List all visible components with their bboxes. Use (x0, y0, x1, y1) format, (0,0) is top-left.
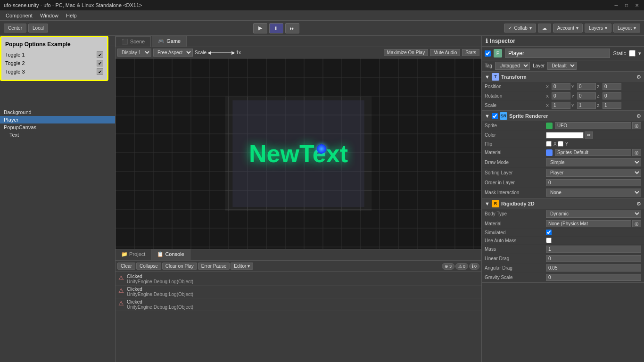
hierarchy-item-player[interactable]: Player (0, 116, 115, 123)
rb-material-input[interactable] (546, 220, 631, 227)
pos-x-input[interactable] (552, 83, 570, 90)
rot-z-input[interactable] (603, 92, 621, 99)
sprite-renderer-settings-icon[interactable]: ⚙ (636, 113, 641, 119)
clear-btn[interactable]: Clear (117, 263, 135, 270)
transform-section: ▼ T Transform ⚙ Position X Y Z (482, 72, 644, 111)
editor-btn[interactable]: Editor ▾ (231, 263, 253, 270)
rb-material-value: ◎ (546, 220, 641, 227)
body-type-row: Body Type Dynamic (482, 209, 644, 219)
account-button[interactable]: Account ▾ (553, 24, 583, 33)
pos-y-input[interactable] (577, 83, 596, 90)
layers-button[interactable]: Layers ▾ (585, 24, 611, 33)
popup-toggle-3-row: Toggle 3 ✔ (5, 67, 103, 76)
console-entry-2[interactable]: ⚠ Clicked UnityEngine.Debug:Log(Object) (116, 286, 481, 298)
transform-header[interactable]: ▼ T Transform ⚙ (482, 72, 644, 82)
rigidbody2d-settings-icon[interactable]: ⚙ (636, 201, 641, 207)
pos-z-input[interactable] (603, 83, 621, 90)
popup-toggle-3-checkbox[interactable]: ✔ (97, 68, 103, 75)
pause-button[interactable]: ⏸ (269, 23, 283, 33)
hierarchy-item-popupcanvas[interactable]: PopupCanvas (0, 123, 115, 131)
rigidbody2d-header[interactable]: ▼ R Rigidbody 2D ⚙ (482, 198, 644, 209)
color-picker-btn[interactable]: ✏ (585, 132, 593, 139)
sprite-select-btn[interactable]: ◎ (632, 122, 641, 129)
sorting-layer-select[interactable]: Player (546, 169, 641, 177)
close-btn[interactable]: ✕ (634, 2, 640, 8)
console-entry-3[interactable]: ⚠ Clicked UnityEngine.Debug:Log(Object) (116, 298, 481, 311)
menu-window[interactable]: Window (36, 12, 62, 19)
angular-drag-input[interactable] (546, 264, 641, 272)
popup-toggle-2-checkbox[interactable]: ✔ (97, 60, 103, 66)
popup-title: Popup Options Example (5, 41, 103, 48)
mute-audio-btn[interactable]: Mute Audio (430, 49, 460, 56)
scale-x-input[interactable] (552, 102, 570, 109)
clear-on-play-btn[interactable]: Clear on Play (162, 263, 197, 270)
draw-mode-select[interactable]: Simple (546, 158, 641, 166)
scale-z-input[interactable] (603, 102, 621, 109)
mask-interaction-select[interactable]: None (546, 189, 641, 197)
sprite-row: Sprite ◎ (482, 121, 644, 131)
popup-toggle-3-label: Toggle 3 (5, 69, 25, 74)
mass-input[interactable] (546, 246, 641, 253)
layout-button[interactable]: Layout ▾ (613, 24, 640, 33)
collapse-btn[interactable]: Collapse (136, 263, 161, 270)
sprite-renderer-header[interactable]: ▼ SR Sprite Renderer ⚙ (482, 111, 644, 121)
player-sprite (317, 144, 326, 154)
object-name-input[interactable] (505, 49, 610, 58)
gravity-scale-input[interactable] (546, 274, 641, 281)
flip-y-checkbox[interactable] (558, 141, 563, 147)
maximize-btn[interactable]: □ (623, 2, 630, 8)
hierarchy-item-text[interactable]: Text (0, 131, 115, 139)
static-dropdown-icon[interactable]: ▾ (638, 50, 641, 57)
static-checkbox[interactable] (629, 50, 636, 57)
flip-x-label: X (553, 141, 557, 147)
sprite-renderer-enabled[interactable] (492, 113, 498, 119)
center-button[interactable]: Center (4, 24, 26, 33)
rb-material-select-btn[interactable]: ◎ (632, 220, 641, 227)
material-row: Material ◎ (482, 148, 644, 157)
cloud-button[interactable]: ☁ (538, 24, 551, 33)
collab-button[interactable]: ✓ Collab ▾ (504, 24, 536, 33)
console-entry-1[interactable]: ⚠ Clicked UnityEngine.Debug:Log(Object) (116, 273, 481, 286)
display-select[interactable]: Display 1 (117, 49, 151, 57)
draw-mode-row: Draw Mode Simple (482, 157, 644, 168)
maximize-on-play-btn[interactable]: Maximize On Play (384, 49, 429, 56)
order-in-layer-input[interactable] (546, 179, 641, 186)
material-select-btn[interactable]: ◎ (632, 149, 641, 156)
console-tab[interactable]: 📋 Console (151, 249, 190, 260)
scale-y-input[interactable] (577, 102, 596, 109)
local-button[interactable]: Local (28, 24, 48, 33)
color-swatch[interactable] (546, 132, 584, 139)
menu-component[interactable]: Component (2, 12, 36, 19)
body-type-select[interactable]: Dynamic (546, 210, 641, 218)
pos-y-label: Y (571, 84, 576, 89)
transform-settings-icon[interactable]: ⚙ (636, 74, 641, 80)
error-pause-btn[interactable]: Error Pause (198, 263, 230, 270)
flip-value: X Y (546, 141, 641, 147)
stats-btn[interactable]: Stats (462, 49, 479, 56)
step-button[interactable]: ⏭ (285, 23, 299, 33)
project-tab[interactable]: 📁 Project (116, 249, 151, 260)
angular-drag-row: Angular Drag (482, 263, 644, 273)
rot-y-input[interactable] (577, 92, 596, 99)
object-active-checkbox[interactable] (485, 50, 491, 57)
rot-x-input[interactable] (552, 92, 570, 99)
popup-toggle-1-checkbox[interactable]: ✔ (97, 51, 103, 58)
hierarchy-item-background[interactable]: Background (0, 108, 115, 116)
use-auto-mass-checkbox[interactable] (546, 238, 552, 243)
menu-help[interactable]: Help (62, 12, 81, 19)
sprite-input[interactable] (555, 122, 631, 129)
position-row: Position X Y Z (482, 82, 644, 91)
error-icon: ⊕ (445, 264, 448, 269)
minimize-btn[interactable]: ─ (613, 2, 619, 8)
flip-x-checkbox[interactable] (546, 141, 552, 147)
aspect-select[interactable]: Free Aspect (153, 49, 193, 57)
play-button[interactable]: ▶ (253, 23, 267, 33)
layer-select[interactable]: Default (547, 62, 577, 70)
simulated-checkbox[interactable] (546, 230, 552, 235)
material-input[interactable] (555, 149, 631, 156)
tag-select[interactable]: Untagged (495, 62, 530, 70)
tab-scene[interactable]: ⬛Scene (116, 36, 151, 47)
tab-game[interactable]: 🎮Game (152, 36, 187, 47)
rot-y-label: Y (571, 94, 576, 99)
linear-drag-input[interactable] (546, 255, 641, 262)
